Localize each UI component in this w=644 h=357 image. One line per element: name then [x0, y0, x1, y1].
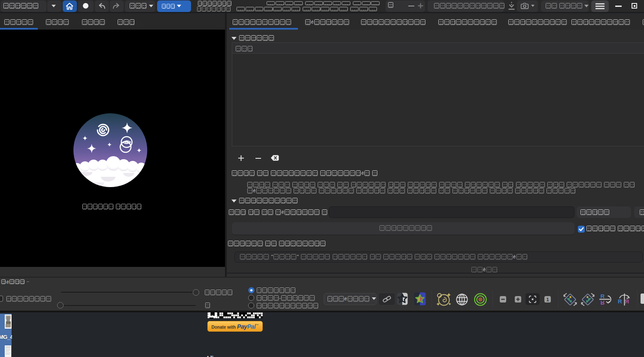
svg-text:1: 1: [546, 297, 549, 302]
svg-text:R: R: [601, 293, 605, 300]
svg-text:R: R: [601, 300, 605, 306]
svg-text:R: R: [618, 298, 622, 305]
svg-text:R: R: [625, 298, 629, 305]
